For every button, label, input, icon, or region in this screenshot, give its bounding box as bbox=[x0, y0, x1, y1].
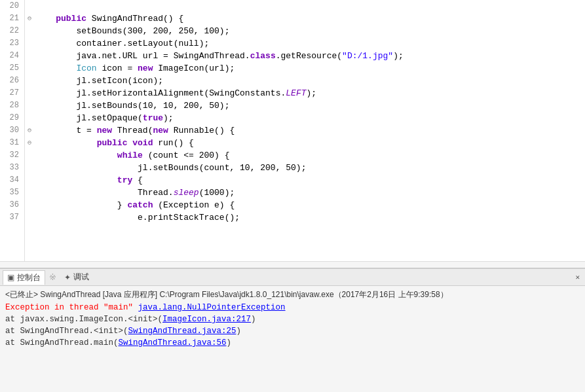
token-24-0: java.net.URL url = SwingAndThread. bbox=[76, 50, 250, 62]
tab-debug-label: 调试 bbox=[73, 272, 89, 283]
tab-console-label: 控制台 bbox=[17, 272, 41, 283]
fold-icon-20 bbox=[28, 0, 34, 12]
stack-line-2: at SwingAndThread.main(SwingAndThread.ja… bbox=[5, 337, 580, 349]
fold-icon-37 bbox=[28, 211, 34, 224]
stack-line-1: at SwingAndThread.<init>(SwingAndThread.… bbox=[5, 325, 580, 337]
code-line-20 bbox=[28, 0, 585, 12]
token-37-0: e.printStackTrace(); bbox=[138, 211, 240, 224]
token-25-3: ImageIcon(url); bbox=[158, 62, 235, 75]
line-number-24: 24 bbox=[3, 50, 19, 62]
null-pointer-exception-link[interactable]: java.lang.NullPointerException bbox=[138, 303, 286, 312]
fold-icon-22 bbox=[28, 25, 34, 37]
code-line-37: e.printStackTrace(); bbox=[28, 211, 585, 224]
token-22-0: setBounds(300, 200, 250, 100); bbox=[76, 25, 229, 37]
code-line-34: try { bbox=[28, 174, 585, 187]
indent-37 bbox=[35, 211, 138, 224]
line-number-28: 28 bbox=[3, 99, 19, 112]
code-line-24: java.net.URL url = SwingAndThread.class.… bbox=[28, 50, 585, 62]
indent-34 bbox=[35, 174, 117, 187]
line-number-37: 37 bbox=[3, 211, 19, 224]
token-25-2: new bbox=[138, 62, 158, 75]
stack-suffix-0: ) bbox=[251, 315, 256, 324]
tab-debug[interactable]: ✦ 调试 bbox=[60, 270, 93, 284]
code-line-36: } catch (Exception e) { bbox=[28, 199, 585, 211]
console-content: <已终止> SwingAndThread [Java 应用程序] C:\Prog… bbox=[0, 286, 585, 351]
fold-icon-36 bbox=[28, 199, 34, 211]
token-26-0: jl.setIcon(icon); bbox=[76, 75, 163, 87]
line-number-27: 27 bbox=[3, 87, 19, 99]
token-21-1: SwingAndThread() { bbox=[92, 12, 183, 25]
fold-icon-31[interactable]: ⊖ bbox=[28, 137, 34, 149]
token-36-1: catch bbox=[127, 199, 158, 211]
fold-icon-21[interactable]: ⊖ bbox=[28, 12, 34, 25]
code-editor: 202122232425262728293031323334353637 ⊖ p… bbox=[0, 0, 585, 268]
indent-21 bbox=[35, 12, 56, 25]
fold-icon-25 bbox=[28, 62, 34, 75]
token-34-1: { bbox=[138, 174, 143, 187]
indent-32 bbox=[35, 149, 117, 162]
stack-line-0: at javax.swing.ImageIcon.<init>(ImageIco… bbox=[5, 313, 580, 325]
tab-console[interactable]: ▣ 控制台 bbox=[3, 270, 45, 285]
token-29-2: ); bbox=[163, 112, 174, 124]
stack-link-2[interactable]: SwingAndThread.java:56 bbox=[119, 338, 227, 347]
debug-icon: ✦ bbox=[64, 273, 71, 282]
close-panel-button[interactable]: ✕ bbox=[573, 272, 582, 283]
indent-27 bbox=[35, 87, 76, 99]
token-31-1: void bbox=[132, 137, 158, 149]
token-30-3: new bbox=[153, 124, 173, 137]
fold-icon-30[interactable]: ⊖ bbox=[28, 124, 34, 137]
token-36-2: (Exception e) { bbox=[158, 199, 235, 211]
indent-35 bbox=[35, 187, 138, 199]
code-lines[interactable]: ⊖ public SwingAndThread() { setBounds(30… bbox=[25, 0, 585, 268]
line-number-35: 35 bbox=[3, 187, 19, 199]
token-30-1: new bbox=[97, 124, 117, 137]
token-24-3: "D:/1.jpg" bbox=[342, 50, 393, 62]
token-36-0: } bbox=[117, 199, 128, 211]
indent-29 bbox=[35, 112, 76, 124]
token-34-0: try bbox=[117, 174, 138, 187]
fold-icon-26 bbox=[28, 75, 34, 87]
token-24-4: ); bbox=[393, 50, 404, 62]
token-27-2: ); bbox=[307, 87, 317, 99]
fold-icon-29 bbox=[28, 112, 34, 124]
code-line-27: jl.setHorizontalAlignment(SwingConstants… bbox=[28, 87, 585, 99]
line-number-31: 31 bbox=[3, 137, 19, 149]
line-number-34: 34 bbox=[3, 174, 19, 187]
code-line-28: jl.setBounds(10, 10, 200, 50); bbox=[28, 99, 585, 112]
line-number-23: 23 bbox=[3, 37, 19, 50]
code-line-21: ⊖ public SwingAndThread() { bbox=[28, 12, 585, 25]
token-29-0: jl.setOpaque( bbox=[76, 112, 142, 124]
stack-prefix-2: at SwingAndThread.main( bbox=[5, 338, 119, 347]
token-25-0: Icon bbox=[76, 62, 102, 75]
fold-icon-23 bbox=[28, 37, 34, 50]
stack-suffix-2: ) bbox=[227, 338, 232, 347]
code-line-29: jl.setOpaque(true); bbox=[28, 112, 585, 124]
token-21-0: public bbox=[56, 12, 92, 25]
token-32-1: (count <= 200) { bbox=[148, 149, 230, 162]
stack-link-0[interactable]: ImageIcon.java:217 bbox=[162, 315, 251, 324]
token-28-0: jl.setBounds(10, 10, 200, 50); bbox=[76, 99, 229, 112]
console-icon: ▣ bbox=[7, 273, 14, 282]
token-35-1: sleep bbox=[174, 187, 199, 199]
indent-24 bbox=[35, 50, 76, 62]
horizontal-scrollbar[interactable] bbox=[0, 261, 585, 268]
error-line-0: Exception in thread "main" java.lang.Nul… bbox=[5, 302, 580, 313]
line-number-33: 33 bbox=[3, 162, 19, 174]
line-number-26: 26 bbox=[3, 75, 19, 87]
token-35-0: Thread. bbox=[138, 187, 174, 199]
token-25-1: icon = bbox=[102, 62, 138, 75]
indent-30 bbox=[35, 124, 76, 137]
stack-prefix-0: at javax.swing.ImageIcon.<init>( bbox=[5, 315, 162, 324]
token-30-2: Thread( bbox=[117, 124, 153, 137]
line-number-21: 21 bbox=[3, 12, 19, 25]
indent-31 bbox=[35, 137, 97, 149]
fold-icon-35 bbox=[28, 187, 34, 199]
line-number-36: 36 bbox=[3, 199, 19, 211]
token-32-0: while bbox=[117, 149, 148, 162]
stack-link-1[interactable]: SwingAndThread.java:25 bbox=[128, 327, 236, 336]
token-24-1: class bbox=[250, 50, 276, 62]
token-30-0: t = bbox=[76, 124, 96, 137]
indent-33 bbox=[35, 162, 138, 174]
line-number-30: 30 bbox=[3, 124, 19, 137]
token-30-4: Runnable() { bbox=[174, 124, 235, 137]
